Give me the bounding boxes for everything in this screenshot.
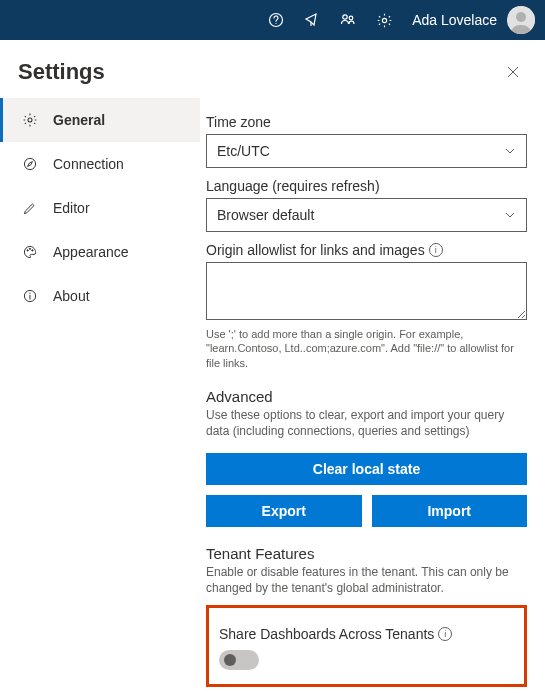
close-button[interactable] — [499, 58, 527, 86]
clear-local-state-button[interactable]: Clear local state — [206, 453, 527, 485]
svg-point-4 — [382, 18, 386, 22]
share-info-icon[interactable]: i — [438, 627, 452, 641]
settings-gear-icon[interactable] — [368, 0, 400, 40]
advanced-title: Advanced — [206, 388, 527, 405]
origin-info-icon[interactable]: i — [429, 243, 443, 257]
share-dashboards-toggle[interactable] — [219, 650, 259, 670]
origin-label: Origin allowlist for links and images i — [206, 242, 527, 258]
origin-allowlist-input[interactable] — [206, 262, 527, 320]
username-label: Ada Lovelace — [412, 12, 497, 28]
sidebar-item-label: Connection — [53, 156, 124, 172]
origin-hint: Use ';' to add more than a single origin… — [206, 327, 527, 370]
export-import-row: Export Import — [206, 495, 527, 527]
advanced-desc: Use these options to clear, export and i… — [206, 407, 527, 439]
help-icon[interactable] — [260, 0, 292, 40]
palette-icon — [21, 243, 39, 261]
sidebar-item-general[interactable]: General — [0, 98, 200, 142]
sidebar-item-label: About — [53, 288, 90, 304]
svg-point-9 — [27, 250, 28, 251]
compass-icon — [21, 155, 39, 173]
share-dashboards-label: Share Dashboards Across Tenants i — [219, 626, 514, 642]
timezone-value: Etc/UTC — [217, 143, 270, 159]
svg-point-6 — [516, 12, 526, 22]
svg-point-1 — [276, 23, 277, 24]
tenant-features-title: Tenant Features — [206, 545, 527, 562]
feedback-icon[interactable] — [296, 0, 328, 40]
timezone-select[interactable]: Etc/UTC — [206, 134, 527, 168]
tenant-highlight-box: Share Dashboards Across Tenants i — [206, 605, 527, 687]
svg-point-7 — [28, 118, 32, 122]
sidebar-item-label: Appearance — [53, 244, 129, 260]
tenant-features-desc: Enable or disable features in the tenant… — [206, 564, 527, 596]
topbar: Ada Lovelace — [0, 0, 545, 40]
avatar[interactable] — [507, 6, 535, 34]
language-label: Language (requires refresh) — [206, 178, 527, 194]
timezone-label: Time zone — [206, 114, 527, 130]
export-button[interactable]: Export — [206, 495, 362, 527]
svg-point-13 — [29, 293, 30, 294]
chevron-down-icon — [504, 145, 516, 157]
import-button[interactable]: Import — [372, 495, 528, 527]
svg-point-10 — [29, 248, 30, 249]
sidebar-item-appearance[interactable]: Appearance — [0, 230, 200, 274]
people-icon[interactable] — [332, 0, 364, 40]
language-value: Browser default — [217, 207, 314, 223]
svg-point-8 — [24, 158, 35, 169]
toggle-knob — [224, 654, 236, 666]
sidebar-item-about[interactable]: About — [0, 274, 200, 318]
sidebar-item-label: Editor — [53, 200, 90, 216]
settings-content: Time zone Etc/UTC Language (requires ref… — [200, 96, 545, 687]
sidebar-item-label: General — [53, 112, 105, 128]
pencil-icon — [21, 199, 39, 217]
language-select[interactable]: Browser default — [206, 198, 527, 232]
chevron-down-icon — [504, 209, 516, 221]
settings-sidebar: General Connection Editor Appearance Abo… — [0, 96, 200, 687]
sidebar-item-connection[interactable]: Connection — [0, 142, 200, 186]
gear-icon — [21, 111, 39, 129]
page-header: Settings — [0, 40, 545, 96]
page-title: Settings — [18, 59, 105, 85]
sidebar-item-editor[interactable]: Editor — [0, 186, 200, 230]
svg-point-3 — [349, 16, 353, 20]
info-icon — [21, 287, 39, 305]
settings-main: General Connection Editor Appearance Abo… — [0, 96, 545, 687]
svg-point-2 — [343, 15, 347, 19]
svg-point-11 — [32, 250, 33, 251]
